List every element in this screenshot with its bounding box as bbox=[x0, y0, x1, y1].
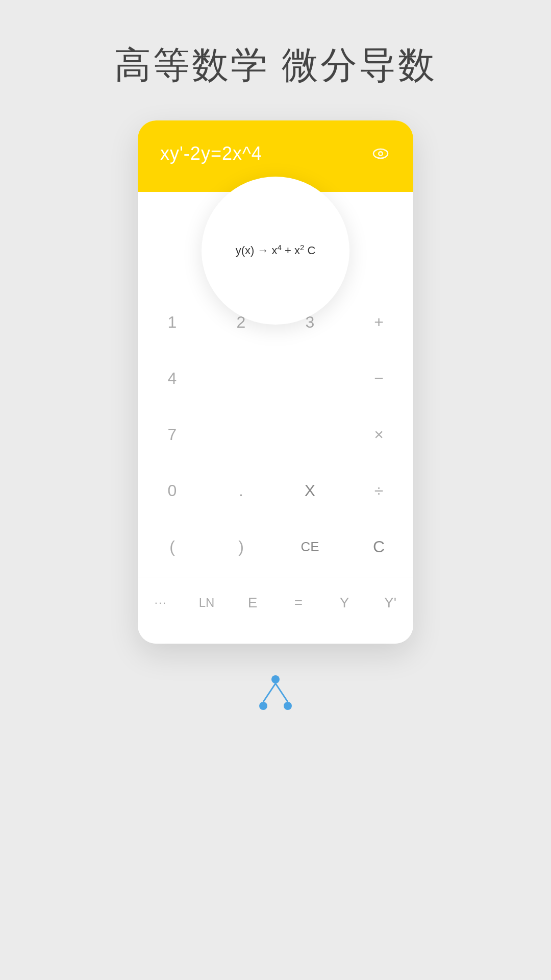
svg-point-4 bbox=[259, 702, 267, 710]
key-e[interactable]: E bbox=[230, 577, 276, 628]
key-c[interactable]: C bbox=[344, 519, 413, 575]
key-minus[interactable]: − bbox=[344, 350, 413, 406]
key-8[interactable] bbox=[207, 406, 276, 462]
key-divide[interactable]: ÷ bbox=[344, 462, 413, 519]
key-9[interactable] bbox=[276, 406, 344, 462]
page-title: 高等数学 微分导数 bbox=[114, 41, 437, 90]
key-x[interactable]: X bbox=[276, 462, 344, 519]
key-plus[interactable]: + bbox=[344, 294, 413, 350]
key-4[interactable]: 4 bbox=[138, 350, 207, 406]
key-open-paren[interactable]: ( bbox=[138, 519, 207, 575]
key-multiply[interactable]: × bbox=[344, 406, 413, 462]
svg-line-7 bbox=[276, 683, 288, 702]
key-7[interactable]: 7 bbox=[138, 406, 207, 462]
key-ce[interactable]: CE bbox=[276, 519, 344, 575]
key-6[interactable] bbox=[276, 350, 344, 406]
key-more[interactable]: ··· bbox=[138, 577, 184, 628]
key-equals[interactable]: = bbox=[276, 577, 321, 628]
key-y[interactable]: Y bbox=[321, 577, 367, 628]
svg-point-2 bbox=[380, 153, 382, 155]
key-y-prime[interactable]: Y' bbox=[367, 577, 413, 628]
keypad: 1 2 3 + 4 − 7 × 0 . X ÷ ( ) CE C bbox=[138, 294, 413, 575]
key-5[interactable] bbox=[207, 350, 276, 406]
key-dot[interactable]: . bbox=[207, 462, 276, 519]
result-formula: y(x) → x4 + x2 C bbox=[236, 241, 316, 259]
result-bubble: y(x) → x4 + x2 C bbox=[202, 177, 349, 325]
app-icon-area bbox=[255, 674, 296, 715]
svg-line-6 bbox=[263, 683, 276, 702]
key-0[interactable]: 0 bbox=[138, 462, 207, 519]
key-close-paren[interactable]: ) bbox=[207, 519, 276, 575]
eye-icon[interactable] bbox=[370, 143, 391, 164]
calculator-card: xy'-2y=2x^4 y(x) → x4 + x2 C 1 2 3 + 4 bbox=[138, 120, 413, 644]
extra-row: ··· LN E = Y Y' bbox=[138, 577, 413, 628]
key-ln[interactable]: LN bbox=[184, 577, 230, 628]
svg-point-3 bbox=[271, 675, 280, 683]
app-tree-icon bbox=[255, 674, 296, 715]
expression-display: xy'-2y=2x^4 bbox=[160, 143, 262, 164]
svg-point-5 bbox=[284, 702, 292, 710]
key-1[interactable]: 1 bbox=[138, 294, 207, 350]
